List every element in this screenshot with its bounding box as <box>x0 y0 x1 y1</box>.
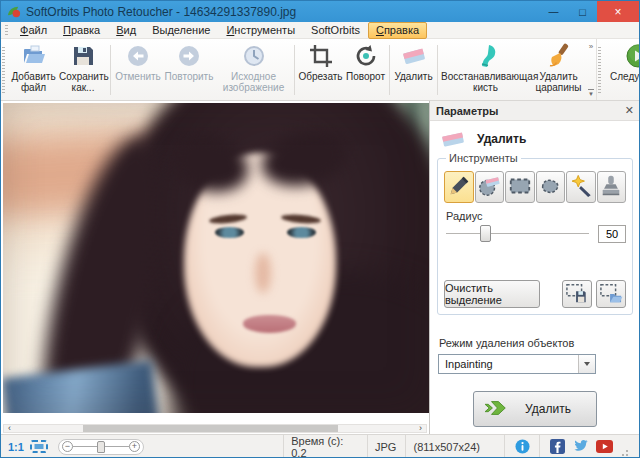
rect-selection-tool-button[interactable] <box>505 171 535 203</box>
fit-to-screen-icon[interactable] <box>30 440 48 453</box>
menu-help[interactable]: Справка <box>368 22 427 39</box>
lasso-selection-icon <box>538 174 562 200</box>
menu-edit[interactable]: Правка <box>55 22 108 39</box>
lasso-selection-tool-button[interactable] <box>536 171 566 203</box>
photo-hair <box>257 124 354 193</box>
zoom-out-button[interactable]: − <box>62 441 73 452</box>
photo-background-teal <box>319 103 429 413</box>
remove-scratches-button[interactable]: Удалить царапины <box>531 41 586 99</box>
toolbar-grip[interactable] <box>2 47 5 93</box>
mode-dropdown[interactable]: Inpainting <box>438 354 596 374</box>
menu-softorbits[interactable]: SoftOrbits <box>303 22 368 39</box>
add-file-button[interactable]: Добавить файл <box>9 41 58 99</box>
photo-background-light <box>3 253 188 413</box>
delete-tool-button[interactable]: Удалить <box>392 41 435 99</box>
magic-wand-tool-button[interactable] <box>566 171 596 203</box>
close-button[interactable]: × <box>597 1 639 22</box>
eraser-selection-tool-button[interactable] <box>475 171 505 203</box>
menu-bar: Файл Правка Вид Выделение Инструменты So… <box>1 22 639 39</box>
photo-hair <box>165 127 255 200</box>
menu-selection[interactable]: Выделение <box>144 22 218 39</box>
load-selection-button[interactable] <box>596 280 626 308</box>
minimize-button[interactable]: — <box>539 1 568 22</box>
slider-groove[interactable] <box>446 233 589 234</box>
zoom-slider[interactable]: − + <box>58 439 144 455</box>
healing-brush-button[interactable]: Восстанавливающая кисть <box>440 41 531 99</box>
workspace: ‹ › Параметры ✕ Удалить Инструменты <box>1 101 639 434</box>
processing-time: Время (с): 0.2 <box>291 435 360 458</box>
image-dimensions: (811x507x24) <box>413 441 479 453</box>
open-folder-icon <box>21 43 47 69</box>
original-image-button[interactable]: Исходное изображение <box>215 41 292 99</box>
zoom-cell: 1:1 − + <box>1 435 284 458</box>
canvas-area: ‹ › <box>1 101 429 434</box>
undo-button[interactable]: Отменить <box>113 41 163 99</box>
panel-close-icon[interactable]: ✕ <box>625 104 634 117</box>
redo-icon <box>176 43 202 69</box>
maximize-button[interactable]: □ <box>568 1 597 22</box>
eraser-icon <box>401 43 427 69</box>
info-icon[interactable] <box>515 439 530 454</box>
parameters-panel: Параметры ✕ Удалить Инструменты <box>429 101 640 434</box>
time-cell: Время (с): 0.2 <box>284 435 368 458</box>
dropdown-arrow-button[interactable] <box>578 355 595 373</box>
facebook-icon[interactable] <box>550 439 565 454</box>
save-as-button[interactable]: Сохранить как... <box>58 41 108 99</box>
radius-slider[interactable] <box>444 224 591 243</box>
pencil-icon <box>447 174 471 200</box>
photo-eye <box>287 227 316 238</box>
mode-label: Режим удаления объектов <box>439 337 633 349</box>
stamp-icon <box>599 174 623 200</box>
next-image-button[interactable]: Следующая <box>605 41 640 99</box>
rect-selection-icon <box>508 174 532 200</box>
crop-button[interactable]: Обрезать <box>297 41 344 99</box>
zoom-in-button[interactable]: + <box>129 441 140 452</box>
stamp-tool-button[interactable] <box>597 171 627 203</box>
pencil-tool-button[interactable] <box>444 171 474 203</box>
twitter-icon[interactable] <box>573 439 588 454</box>
slider-thumb[interactable] <box>480 225 491 242</box>
horizontal-scrollbar[interactable]: ‹ › <box>3 424 427 433</box>
toolbar-row: Добавить файл Сохранить как... Отменить … <box>1 39 639 101</box>
panel-header: Параметры ✕ <box>430 101 640 121</box>
menu-grip[interactable] <box>5 25 8 36</box>
radius-value-input[interactable] <box>598 225 626 243</box>
apply-delete-button[interactable]: Удалить <box>473 391 597 427</box>
redo-button[interactable]: Повторить <box>163 41 215 99</box>
tools-row <box>444 171 626 203</box>
save-selection-button[interactable] <box>562 280 592 308</box>
menu-file[interactable]: Файл <box>12 22 55 39</box>
menu-view[interactable]: Вид <box>108 22 144 39</box>
zoom-slider-thumb[interactable] <box>97 441 105 453</box>
resize-grip[interactable] <box>621 447 630 456</box>
current-tool-header: Удалить <box>441 130 633 148</box>
magic-wand-icon <box>569 174 593 200</box>
scrollbar-track[interactable] <box>15 425 415 432</box>
dimensions-cell: (811x507x24) <box>406 435 505 458</box>
panel-body: Удалить Инструменты <box>430 121 640 434</box>
scroll-left-icon[interactable]: ‹ <box>4 425 15 432</box>
youtube-icon[interactable] <box>596 440 613 453</box>
scroll-right-icon[interactable]: › <box>415 425 426 432</box>
scrollbar-thumb[interactable] <box>83 425 338 432</box>
info-cell <box>505 435 540 458</box>
menu-tools[interactable]: Инструменты <box>218 22 303 39</box>
status-bar: 1:1 − + Время (с): 0.2 JPG (811x507x24) <box>1 434 639 458</box>
eraser-icon <box>441 130 465 148</box>
toolbar-separator <box>110 45 111 95</box>
actual-size-button[interactable]: 1:1 <box>8 441 24 453</box>
title-bar: SoftOrbits Photo Retoucher - 14634291337… <box>1 1 639 22</box>
photo-eyebrow <box>281 213 322 224</box>
toolbar-grip[interactable] <box>598 47 601 93</box>
history-clock-icon <box>241 43 267 69</box>
social-cell <box>540 435 639 458</box>
toolbar-overflow-button[interactable]: » ▼ <box>586 41 596 99</box>
toolbar-separator <box>294 45 295 95</box>
clear-selection-button[interactable]: Очистить выделение <box>444 280 540 308</box>
toolbar-separator <box>389 45 390 95</box>
panel-title: Параметры <box>436 105 625 117</box>
rotate-icon <box>353 43 379 69</box>
photo-eye <box>215 227 244 238</box>
photo-canvas[interactable] <box>3 103 429 413</box>
rotate-button[interactable]: Поворот <box>344 41 387 99</box>
